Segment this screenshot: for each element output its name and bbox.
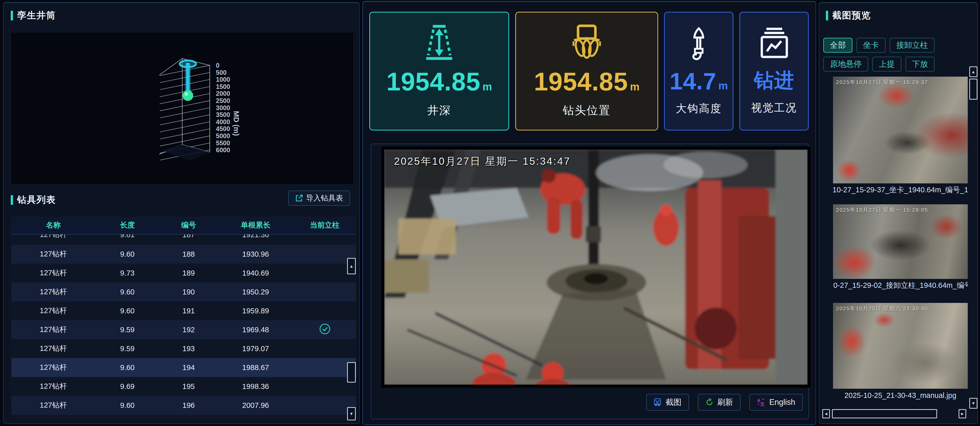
screenshot-thumbnail[interactable]: 2025年10月27日 星期一 15:29:05 10-27_15-29-02_… xyxy=(833,204,968,292)
well-depth-label: 井深 xyxy=(427,103,451,118)
import-drill-table-button[interactable]: 导入钻具表 xyxy=(288,190,350,206)
rig-floor-scene xyxy=(384,150,808,385)
language-button-label: English xyxy=(769,398,795,407)
table-row[interactable]: 127钻杆 9.59 192 1969.48 xyxy=(11,320,356,339)
live-video-feed: 2025年10月27日 星期一 15:34:47 xyxy=(384,150,808,385)
cell-name: 127钻杆 xyxy=(11,362,95,373)
thumbnail-timestamp: 2025年10月27日 星期一 15:29:05 xyxy=(836,206,928,214)
filter-chip[interactable]: 原地悬停 xyxy=(823,57,868,72)
table-row[interactable]: 127钻杆 9.60 196 2007.96 xyxy=(11,396,356,415)
col-current-stand: 当前立柱 xyxy=(293,220,356,230)
table-row-partial[interactable]: 127钻杆 9.61 187 1921.36 xyxy=(11,235,356,245)
caption-scrollbar-thumb[interactable] xyxy=(832,409,937,418)
filter-chip[interactable]: 上提 xyxy=(872,57,901,72)
cell-cumulative: 1979.07 xyxy=(218,345,293,353)
well-depth-icon xyxy=(424,24,454,60)
main-monitor-panel: 1954.85 m 井深 1954.85 m xyxy=(363,1,816,425)
table-scrollbar-up-arrow[interactable]: ▲ xyxy=(347,258,356,274)
axis-tick: 1000 xyxy=(216,76,230,83)
table-row[interactable]: 127钻杆 9.60 191 1959.89 xyxy=(11,302,356,320)
caption-scrollbar-right-arrow[interactable]: ► xyxy=(959,409,966,418)
cell-current xyxy=(293,323,356,337)
cell-number: 195 xyxy=(159,382,218,391)
language-toggle-button[interactable]: A 文 English xyxy=(749,394,803,411)
cell-cumulative: 1998.36 xyxy=(218,382,293,391)
import-icon xyxy=(295,195,303,202)
cell-name: 127钻杆 xyxy=(11,343,95,354)
filter-chip[interactable]: 接卸立柱 xyxy=(890,38,935,53)
thumb-scrollbar-down-arrow[interactable]: ▼ xyxy=(969,398,977,408)
drill-list-title: 钻具列表 xyxy=(11,194,56,206)
hook-height-card: 14.7 m 大钩高度 xyxy=(664,12,733,131)
video-timestamp: 2025年10月27日 星期一 15:34:47 xyxy=(394,154,571,168)
cell-number: 190 xyxy=(159,288,218,296)
cell-name: 127钻杆 xyxy=(11,287,95,297)
visual-condition-label: 视觉工况 xyxy=(751,101,797,115)
cell-cumulative: 1930.96 xyxy=(218,250,293,258)
axis-tick: 1500 xyxy=(216,83,230,90)
filter-chip[interactable]: 下放 xyxy=(905,57,935,72)
filter-chip[interactable]: 全部 xyxy=(823,38,853,53)
filter-chip[interactable]: 坐卡 xyxy=(856,38,886,53)
table-scrollbar-thumb[interactable] xyxy=(347,362,356,383)
screenshot-preview-panel: 截图预览 全部坐卡接卸立柱原地悬停上提下放 2025年10月27日 星期一 15… xyxy=(819,2,978,424)
hook-height-unit: m xyxy=(718,80,728,92)
well-depth-unit: m xyxy=(483,81,492,93)
refresh-button-label: 刷新 xyxy=(717,397,733,408)
well-depth-card: 1954.85 m 井深 xyxy=(369,12,509,131)
thumbnail-photo[interactable]: 2025年10月25日 星期六 21:30:40 xyxy=(833,303,968,389)
cell-name: 127钻杆 xyxy=(11,249,95,259)
screenshot-thumbnail[interactable]: 2025年10月27日 星期一 15:29:37 10-27_15-29-37_… xyxy=(833,77,968,197)
axis-tick: 5000 xyxy=(216,132,230,139)
axis-tick: 3500 xyxy=(216,111,230,118)
twin-wellbore-panel: 孪生井筒 05001000150020002500300035004000450… xyxy=(3,2,360,424)
cell-number: 196 xyxy=(159,401,218,410)
table-scrollbar-down-arrow[interactable]: ▼ xyxy=(347,407,356,420)
thumbnail-timestamp: 2025年10月25日 星期六 21:30:40 xyxy=(836,305,928,312)
table-row[interactable]: 127钻杆 9.60 188 1930.96 xyxy=(11,245,356,263)
cell-number: 187 xyxy=(159,235,218,239)
table-row[interactable]: 127钻杆 9.59 193 1979.07 xyxy=(11,339,356,358)
caption-scrollbar-left-arrow[interactable]: ◄ xyxy=(822,409,830,418)
table-row[interactable]: 127钻杆 9.60 194 1988.67 xyxy=(11,358,356,377)
thumbnail-photo[interactable]: 2025年10月27日 星期一 15:29:05 xyxy=(833,204,968,279)
current-stand-check-icon xyxy=(319,323,331,335)
screenshot-thumbnail[interactable]: 2025年10月25日 星期六 21:30:40 2025-10-25_21-3… xyxy=(833,303,968,402)
drill-bit-icon xyxy=(571,24,602,60)
well-depth-value: 1954.85 xyxy=(387,67,480,96)
screenshot-thumbnail-list: 2025年10月27日 星期一 15:29:37 10-27_15-29-37_… xyxy=(833,77,968,402)
axis-tick: 2000 xyxy=(216,90,230,97)
cell-number: 189 xyxy=(159,269,218,278)
thumbnail-caption: 2025-10-25_21-30-43_manual.jpg xyxy=(833,389,968,402)
col-cumulative: 单根累长 xyxy=(218,220,293,230)
cell-number: 194 xyxy=(159,364,218,372)
bit-position-unit: m xyxy=(630,81,640,93)
table-row[interactable]: 127钻杆 9.69 195 1998.36 xyxy=(11,377,356,396)
thumb-scrollbar-thumb[interactable] xyxy=(969,79,977,100)
cell-length: 9.59 xyxy=(95,325,159,334)
cell-length: 9.60 xyxy=(95,288,159,296)
table-row[interactable]: 127钻杆 9.73 189 1940.69 xyxy=(11,263,356,282)
axis-tick: 6000 xyxy=(216,146,230,153)
title-accent-bar xyxy=(826,11,828,21)
hook-height-value: 14.7 xyxy=(670,68,716,95)
wellbore-3d-view[interactable]: 0500100015002000250030003500400045005000… xyxy=(11,33,353,184)
table-row[interactable]: 127钻杆 9.60 190 1950.29 xyxy=(11,282,356,302)
title-accent-bar xyxy=(11,195,13,205)
screenshot-filter-chips: 全部坐卡接卸立柱原地悬停上提下放 xyxy=(823,38,971,72)
thumbnail-caption: 10-27_15-29-37_坐卡_1940.64m_编号_1 xyxy=(833,183,968,197)
screenshot-preview-title: 截图预览 xyxy=(826,9,871,22)
col-number: 编号 xyxy=(159,220,218,230)
title-accent-bar xyxy=(11,11,13,21)
col-name: 名称 xyxy=(11,220,95,230)
thumbnail-photo[interactable]: 2025年10月27日 星期一 15:29:37 xyxy=(833,77,968,183)
cell-cumulative: 1950.29 xyxy=(218,288,293,296)
visual-condition-value: 钻进 xyxy=(754,67,794,94)
axis-tick: 5500 xyxy=(216,139,230,147)
refresh-button[interactable]: 刷新 xyxy=(698,394,741,411)
cell-length: 9.60 xyxy=(95,401,159,410)
cell-name: 127钻杆 xyxy=(11,381,95,391)
thumb-scrollbar-up-arrow[interactable]: ▲ xyxy=(969,66,977,77)
cell-length: 9.61 xyxy=(95,235,159,239)
screenshot-button[interactable]: 截图 xyxy=(646,394,689,411)
